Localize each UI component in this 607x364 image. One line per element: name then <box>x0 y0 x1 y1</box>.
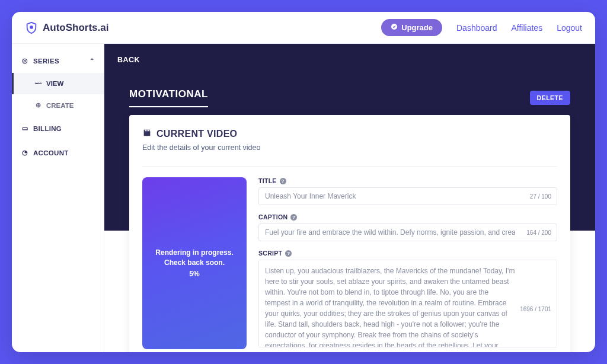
sidebar-create-label: CREATE <box>46 102 74 109</box>
back-link[interactable]: BACK <box>117 56 140 64</box>
sidebar-view[interactable]: 〰 VIEW <box>12 73 104 94</box>
preview-status-line2: Check back soon. <box>164 258 225 267</box>
nav-affiliates[interactable]: Affiliates <box>512 23 543 33</box>
title-input[interactable] <box>258 187 557 205</box>
brand-logo[interactable]: AutoShorts.ai <box>25 21 108 34</box>
sidebar-account[interactable]: ◔ ACCOUNT <box>12 141 104 165</box>
script-counter: 1696 / 1701 <box>520 306 551 312</box>
caption-label: CAPTION <box>258 213 287 221</box>
page-header: MOTIVATIONAL DELETE <box>129 88 570 107</box>
fields-column: TITLE ? 27 / 100 CAPTION ? <box>258 177 557 352</box>
sidebar: ◎ SERIES ⌃ 〰 VIEW ⊕ CREATE ▭ BILLING ◔ A… <box>12 44 104 352</box>
sidebar-account-label: ACCOUNT <box>33 149 69 157</box>
main-area: BACK MOTIVATIONAL DELETE CURRENT VIDEO E… <box>104 44 595 352</box>
nav-logout[interactable]: Logout <box>557 23 582 33</box>
script-textarea[interactable] <box>258 260 557 347</box>
preview-status-line1: Rendering in progress. <box>155 248 233 257</box>
app-body: ◎ SERIES ⌃ 〰 VIEW ⊕ CREATE ▭ BILLING ◔ A… <box>12 44 595 352</box>
sidebar-series-label: SERIES <box>33 58 59 65</box>
sidebar-series[interactable]: ◎ SERIES ⌃ <box>12 49 104 73</box>
app-frame: AutoShorts.ai Upgrade Dashboard Affiliat… <box>12 12 595 352</box>
preview-percent: 5% <box>189 270 199 278</box>
upgrade-button[interactable]: Upgrade <box>381 19 442 36</box>
card-title-text: CURRENT VIDEO <box>156 129 237 139</box>
script-label: SCRIPT <box>258 250 282 257</box>
card-subtitle: Edit the details of your current video <box>142 143 557 152</box>
caption-counter: 164 / 200 <box>526 229 551 236</box>
help-icon[interactable]: ? <box>280 178 286 184</box>
clapper-icon <box>142 128 152 140</box>
help-icon[interactable]: ? <box>285 250 292 257</box>
page-title: MOTIVATIONAL <box>129 88 208 107</box>
svg-rect-0 <box>30 25 33 29</box>
card-icon: ▭ <box>21 124 28 132</box>
script-input-wrap: 1696 / 1701 <box>258 260 557 350</box>
card-title: CURRENT VIDEO <box>142 128 557 140</box>
sidebar-billing[interactable]: ▭ BILLING <box>12 116 104 141</box>
topbar: AutoShorts.ai Upgrade Dashboard Affiliat… <box>12 12 595 44</box>
user-icon: ◔ <box>21 149 28 157</box>
help-icon[interactable]: ? <box>290 214 297 221</box>
title-counter: 27 / 100 <box>530 193 551 200</box>
chevron-up-icon: ⌃ <box>90 58 94 64</box>
caption-input-wrap: 164 / 200 <box>258 223 557 241</box>
plus-circle-icon: ⊕ <box>34 101 41 109</box>
title-label: TITLE <box>258 177 277 184</box>
title-input-wrap: 27 / 100 <box>258 187 557 205</box>
delete-button[interactable]: DELETE <box>530 91 570 105</box>
script-label-row: SCRIPT ? <box>258 250 557 257</box>
title-label-row: TITLE ? <box>258 177 557 184</box>
brand-shield-icon <box>25 21 38 34</box>
card-body: Rendering in progress. Check back soon. … <box>142 166 557 352</box>
target-icon: ◎ <box>21 57 28 65</box>
sidebar-billing-label: BILLING <box>33 125 62 132</box>
sidebar-view-label: VIEW <box>46 80 63 87</box>
topbar-right: Upgrade Dashboard Affiliates Logout <box>381 19 582 36</box>
nav-dashboard[interactable]: Dashboard <box>456 23 497 33</box>
brand-name: AutoShorts.ai <box>43 22 108 34</box>
sidebar-create[interactable]: ⊕ CREATE <box>12 94 104 116</box>
activity-icon: 〰 <box>34 80 41 87</box>
current-video-card: CURRENT VIDEO Edit the details of your c… <box>129 115 570 352</box>
caption-label-row: CAPTION ? <box>258 213 557 221</box>
video-preview: Rendering in progress. Check back soon. … <box>142 177 247 349</box>
check-badge-icon <box>391 23 398 32</box>
upgrade-label: Upgrade <box>401 23 433 32</box>
caption-input[interactable] <box>258 223 557 241</box>
